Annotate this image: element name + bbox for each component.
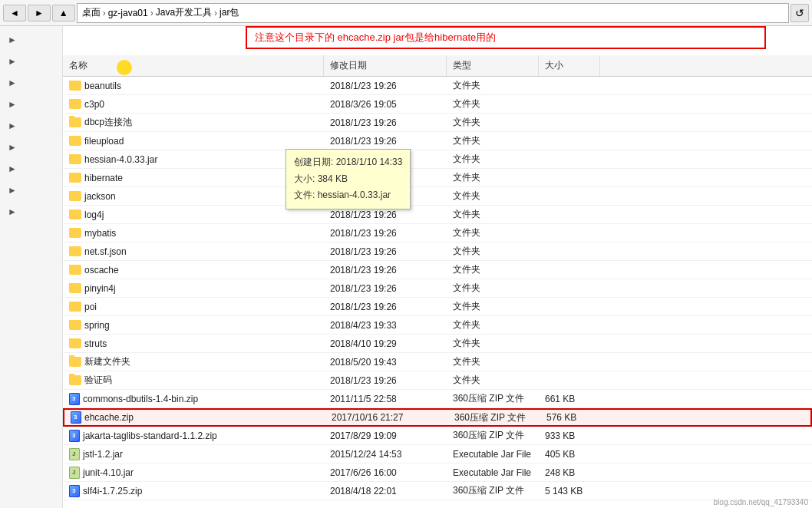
table-row[interactable]: log4j 2018/1/23 19:26 文件夹 [63,206,812,224]
file-name: oscache [63,265,324,275]
file-date: 2018/4/23 19:33 [324,320,447,331]
file-type: 文件夹 [447,226,539,239]
sidebar-item-1[interactable]: ► [0,29,62,51]
file-date: 2018/1/23 19:26 [324,283,447,294]
file-name: 新建文件夹 [63,355,324,368]
table-row[interactable]: struts 2018/4/10 19:29 文件夹 [63,335,812,353]
file-name-text: dbcp连接池 [84,116,132,129]
main-container: ► ► ► ► ► ► ► ► ► 名称 修改日期 类型 [0,26,812,508]
sidebar-arrow-1: ► [6,34,18,46]
table-row[interactable]: c3p0 2018/3/26 19:05 文件夹 [63,95,812,114]
file-type: 文件夹 [447,245,539,258]
table-row[interactable]: beanutils 2018/1/23 19:26 文件夹 [63,77,812,95]
sidebar-arrow-6: ► [6,141,18,153]
table-row[interactable]: pinyin4j 2018/1/23 19:26 文件夹 [63,279,812,298]
col-header-type[interactable]: 类型 [447,55,539,76]
table-row[interactable]: jakarta-taglibs-standard-1.1.2.zip 2017/… [63,427,812,445]
sidebar-arrow-3: ► [6,77,18,89]
folder-icon [69,283,81,293]
folder-icon [69,173,81,183]
file-date: 2018/1/23 19:26 [324,265,447,275]
table-row[interactable]: hessian-4.0.33.jar 2018/1/23 19:26 文件夹 [63,150,812,169]
file-date: 2018/4/10 19:29 [324,338,447,349]
table-row[interactable]: commons-dbutils-1.4-bin.zip 2011/11/5 22… [63,390,812,408]
folder-icon [69,338,81,348]
sidebar-item-8[interactable]: ► [0,180,62,201]
file-list[interactable]: beanutils 2018/1/23 19:26 文件夹 c3p0 2018/… [63,77,812,508]
file-type: 文件夹 [447,97,539,111]
file-name-text: slf4i-1.7.25.zip [83,486,142,496]
tooltip-line2: 大小: 384 KB [294,171,402,188]
sidebar-item-3[interactable]: ► [0,72,62,94]
file-area: 名称 修改日期 类型 大小 beanutils 2018/1/23 19:26 … [63,26,812,508]
table-row[interactable]: slf4i-1.7.25.zip 2018/4/18 22:01 360压缩 Z… [63,482,812,500]
top-bar: ◄ ► ▲ 桌面 › gz-java01 › Java开发工具 › jar包 ↺ [0,0,812,26]
sidebar-arrow-9: ► [6,206,18,218]
table-row[interactable]: jstl-1.2.jar 2015/12/24 14:53 Executable… [63,445,812,463]
table-row[interactable]: poi 2018/1/23 19:26 文件夹 [63,298,812,316]
sidebar-item-6[interactable]: ► [0,137,62,158]
breadcrumb[interactable]: 桌面 › gz-java01 › Java开发工具 › jar包 [77,3,789,23]
col-header-size[interactable]: 大小 [539,55,600,76]
file-type: Executable Jar File [447,467,539,478]
file-name: log4j [63,209,324,220]
col-header-date[interactable]: 修改日期 [324,55,447,76]
table-row[interactable]: fileupload 2018/1/23 19:26 文件夹 [63,132,812,150]
file-name-text: hibernate [84,173,123,183]
refresh-button[interactable]: ↺ [791,4,809,22]
table-row[interactable]: dbcp连接池 2018/1/23 19:26 文件夹 [63,114,812,132]
file-type: 文件夹 [447,171,539,184]
table-row[interactable]: net.sf.json 2018/1/23 19:26 文件夹 [63,242,812,261]
table-row[interactable]: 新建文件夹 2018/5/20 19:43 文件夹 [63,353,812,371]
table-row[interactable]: spring 2018/4/23 19:33 文件夹 [63,316,812,335]
file-name: jakarta-taglibs-standard-1.1.2.zip [63,430,324,442]
file-name: hibernate [63,173,324,183]
table-row[interactable]: ehcache.zip 2017/10/16 21:27 360压缩 ZIP 文… [63,408,812,427]
table-row[interactable]: hibernate 2018/4/22 22:06 文件夹 [63,169,812,187]
breadcrumb-java-tools[interactable]: Java开发工具 [156,6,212,19]
sidebar-arrow-2: ► [6,55,18,68]
breadcrumb-gz-java01[interactable]: gz-java01 [108,8,148,18]
file-name-text: mybatis [84,228,116,239]
file-type: 文件夹 [447,300,539,313]
file-name: beanutils [63,81,324,91]
table-row[interactable]: oscache 2018/1/23 19:26 文件夹 [63,261,812,279]
sidebar-item-2[interactable]: ► [0,51,62,72]
file-name-text: commons-dbutils-1.4-bin.zip [83,394,198,404]
sidebar-arrow-5: ► [6,120,18,132]
sidebar-item-7[interactable]: ► [0,158,62,180]
table-row[interactable]: junit-4.10.jar 2017/6/26 16:00 Executabl… [63,463,812,482]
sidebar-item-9[interactable]: ► [0,201,62,223]
folder-icon [69,117,81,127]
file-date: 2017/6/26 16:00 [324,467,447,478]
up-button[interactable]: ▲ [52,5,75,21]
file-name: jstl-1.2.jar [63,448,324,460]
file-name-text: 验证码 [84,374,112,387]
file-name: slf4i-1.7.25.zip [63,485,324,497]
file-type: 文件夹 [447,337,539,350]
sidebar-arrow-7: ► [6,163,18,175]
file-name-text: jstl-1.2.jar [83,449,123,460]
file-name: fileupload [63,136,324,147]
sidebar-item-5[interactable]: ► [0,115,62,137]
table-row[interactable]: 验证码 2018/1/23 19:26 文件夹 [63,371,812,390]
file-type: 文件夹 [447,355,539,368]
table-row[interactable]: mybatis 2018/1/23 19:26 文件夹 [63,224,812,242]
breadcrumb-sep-3: › [214,8,217,18]
back-button[interactable]: ◄ [3,5,26,21]
file-date: 2018/1/23 19:26 [324,228,447,239]
file-size: 5 143 KB [539,486,600,496]
file-type: 360压缩 ZIP 文件 [448,411,540,424]
file-date: 2018/4/18 22:01 [324,486,447,496]
col-header-name[interactable]: 名称 [63,55,324,76]
file-name: jackson [63,191,324,202]
file-name-text: log4j [84,209,104,220]
file-type: 文件夹 [447,134,539,147]
breadcrumb-desktop[interactable]: 桌面 [82,6,101,19]
table-row[interactable]: jackson 2018/1/23 19:26 文件夹 [63,187,812,206]
file-type: 文件夹 [447,153,539,166]
sidebar-item-4[interactable]: ► [0,94,62,115]
forward-button[interactable]: ► [28,5,51,21]
tooltip-line1: 创建日期: 2018/1/10 14:33 [294,154,402,171]
jar-icon [69,448,80,460]
